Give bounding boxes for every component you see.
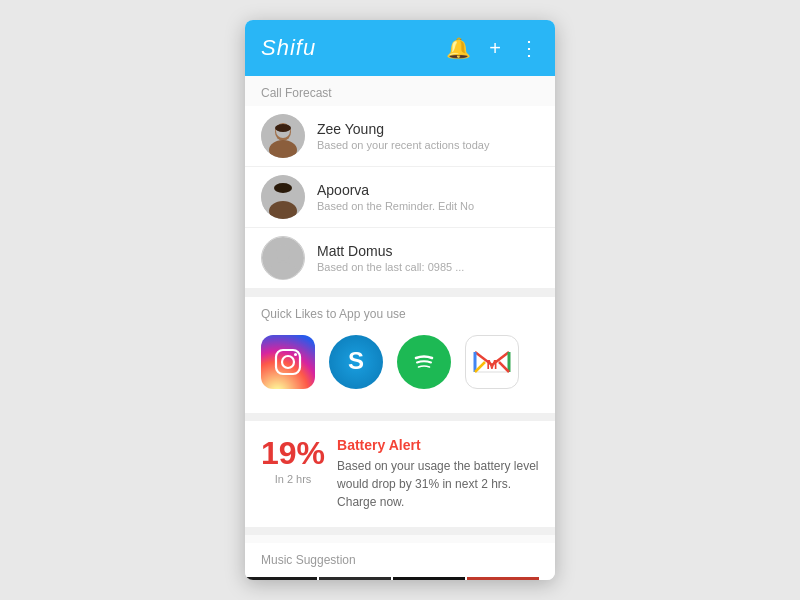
battery-time: In 2 hrs xyxy=(275,473,312,485)
svg-point-14 xyxy=(294,353,297,356)
divider xyxy=(245,413,555,421)
album-thumb[interactable]: OLD TIME POTTERY CAN'T STOP MYSELF xyxy=(467,577,539,580)
contact-sub: Based on the last call: 0985 ... xyxy=(317,261,464,273)
battery-alert-section: 19% In 2 hrs Battery Alert Based on your… xyxy=(245,421,555,527)
add-icon[interactable]: + xyxy=(489,37,501,60)
list-item[interactable]: Matt Domus Based on the last call: 0985 … xyxy=(245,228,555,289)
battery-percentage-block: 19% In 2 hrs xyxy=(261,437,325,485)
music-suggestion-label: Music Suggestion xyxy=(245,543,555,573)
more-icon[interactable]: ⋮ xyxy=(519,36,539,60)
svg-text:M: M xyxy=(487,357,498,372)
album4-art: OLD TIME POTTERY CAN'T STOP MYSELF xyxy=(467,577,539,580)
shazam-icon: S xyxy=(339,345,373,379)
app-logo: Shifu xyxy=(261,35,446,61)
contact-name: Matt Domus xyxy=(317,243,464,259)
list-item[interactable]: Zee Young Based on your recent actions t… xyxy=(245,106,555,167)
battery-title: Battery Alert xyxy=(337,437,539,453)
spotify-icon xyxy=(408,346,440,378)
avatar xyxy=(261,114,305,158)
divider xyxy=(245,527,555,535)
svg-rect-19 xyxy=(245,577,317,580)
avatar-zee-svg xyxy=(261,114,305,158)
svg-point-13 xyxy=(282,356,294,368)
music-albums-row: Joji xyxy=(245,573,555,580)
avatar-matt-svg xyxy=(262,236,304,280)
battery-percent: 19% xyxy=(261,437,325,469)
quick-likes-section: Quick Likes to App you use S xyxy=(245,297,555,413)
svg-point-8 xyxy=(274,183,292,193)
music-section: Music Suggestion Joji xyxy=(245,543,555,580)
contact-name: Apoorva xyxy=(317,182,474,198)
album1-art: Joji xyxy=(245,577,317,580)
contact-info: Zee Young Based on your recent actions t… xyxy=(317,121,489,151)
app-header: Shifu 🔔 + ⋮ xyxy=(245,20,555,76)
contact-sub: Based on your recent actions today xyxy=(317,139,489,151)
notification-icon[interactable]: 🔔 xyxy=(446,36,471,60)
contact-info: Apoorva Based on the Reminder. Edit No xyxy=(317,182,474,212)
svg-rect-21 xyxy=(319,577,391,580)
contact-info: Matt Domus Based on the last call: 0985 … xyxy=(317,243,464,273)
album-thumb[interactable] xyxy=(393,577,465,580)
list-item[interactable]: Apoorva Based on the Reminder. Edit No xyxy=(245,167,555,228)
main-content: Call Forecast Zee Young Based on your re… xyxy=(245,76,555,580)
avatar xyxy=(261,236,305,280)
quick-likes-label: Quick Likes to App you use xyxy=(245,297,555,327)
instagram-icon xyxy=(272,346,304,378)
divider xyxy=(245,289,555,297)
gmail-icon: M xyxy=(473,348,511,376)
avatar-apoorva-svg xyxy=(261,175,305,219)
app-icon-shazam[interactable]: S xyxy=(329,335,383,389)
contact-name: Zee Young xyxy=(317,121,489,137)
album-thumb[interactable]: Joji xyxy=(245,577,317,580)
svg-text:S: S xyxy=(348,347,364,374)
app-icon-instagram[interactable] xyxy=(261,335,315,389)
call-forecast-section: Call Forecast Zee Young Based on your re… xyxy=(245,76,555,289)
svg-point-10 xyxy=(275,246,290,261)
album2-art xyxy=(319,577,391,580)
svg-point-4 xyxy=(275,124,291,132)
album-thumb[interactable] xyxy=(319,577,391,580)
battery-desc: Based on your usage the battery level wo… xyxy=(337,457,539,511)
app-icons-row: S xyxy=(245,327,555,397)
app-icon-spotify[interactable] xyxy=(397,335,451,389)
svg-rect-27 xyxy=(467,577,539,580)
battery-info: Battery Alert Based on your usage the ba… xyxy=(337,437,539,511)
call-forecast-label: Call Forecast xyxy=(245,76,555,106)
album3-art xyxy=(393,577,465,580)
phone-frame: Shifu 🔔 + ⋮ Call Forecast xyxy=(245,20,555,580)
avatar xyxy=(261,175,305,219)
contact-sub: Based on the Reminder. Edit No xyxy=(317,200,474,212)
header-actions: 🔔 + ⋮ xyxy=(446,36,539,60)
app-icon-gmail[interactable]: M xyxy=(465,335,519,389)
svg-rect-23 xyxy=(393,577,465,580)
